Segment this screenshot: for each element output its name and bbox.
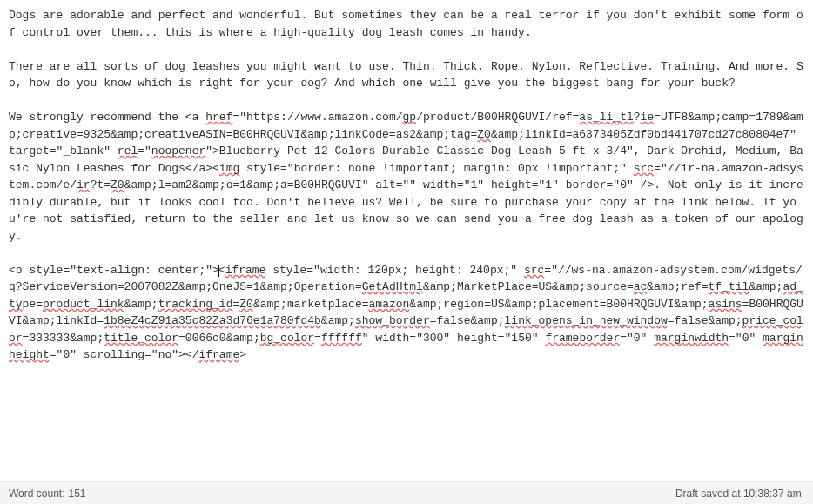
paragraph-4: <p style="text-align: center;"><iframe s… xyxy=(9,264,803,362)
code-editor[interactable]: Dogs are adorable and perfect and wonder… xyxy=(0,0,813,481)
word-count[interactable]: Word count: 151 xyxy=(9,486,86,501)
paragraph-1: Dogs are adorable and perfect and wonder… xyxy=(9,9,803,39)
paragraph-3: We strongly recommend the <a href="https… xyxy=(9,111,803,243)
editor-container: Dogs are adorable and perfect and wonder… xyxy=(0,0,813,481)
draft-saved-text: Draft saved at 10:38:37 am. xyxy=(675,486,804,501)
status-bar: Word count: 151 Draft saved at 10:38:37 … xyxy=(0,481,813,504)
paragraph-2: There are all sorts of dog leashes you m… xyxy=(9,60,803,91)
word-count-value: 151 xyxy=(68,486,85,501)
word-count-label: Word count: xyxy=(9,486,64,501)
